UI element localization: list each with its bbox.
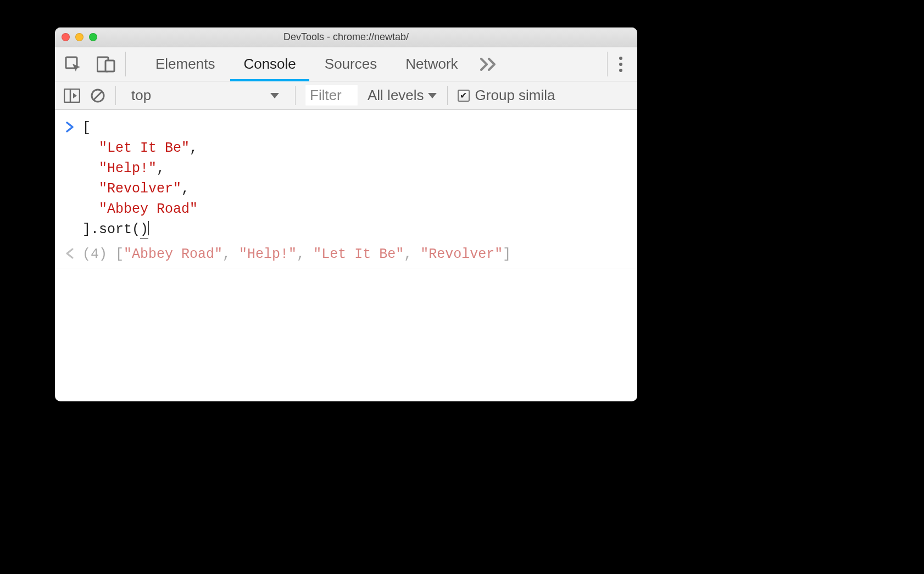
tab-label: Sources bbox=[325, 56, 377, 73]
checkbox-icon: ✔ bbox=[458, 90, 470, 102]
triangle-down-icon bbox=[270, 92, 280, 99]
tab-network[interactable]: Network bbox=[391, 47, 472, 81]
prompt-chevron-icon bbox=[66, 119, 74, 139]
group-similar-label: Group simila bbox=[475, 87, 555, 104]
code-token: "Revolver" bbox=[420, 246, 503, 262]
code-token: "Revolver" bbox=[99, 181, 181, 197]
code-token: , bbox=[190, 140, 198, 156]
minimize-window-button[interactable] bbox=[75, 33, 84, 41]
console-toolbar: top All levels ✔ Group simila bbox=[55, 81, 637, 110]
show-console-sidebar-icon[interactable] bbox=[64, 89, 80, 103]
code-token: [ bbox=[82, 120, 91, 136]
tab-label: Network bbox=[405, 56, 458, 73]
tabs-overflow-button[interactable] bbox=[472, 47, 504, 81]
console-input-content[interactable]: [ "Let It Be", "Help!", "Revolver", "Abb… bbox=[82, 118, 637, 240]
close-window-button[interactable] bbox=[62, 33, 70, 41]
kebab-menu-icon[interactable] bbox=[614, 56, 627, 73]
preview-chevron-icon bbox=[66, 245, 74, 266]
tab-console[interactable]: Console bbox=[229, 47, 310, 81]
traffic-lights bbox=[62, 33, 97, 41]
console-body: [ "Let It Be", "Help!", "Revolver", "Abb… bbox=[55, 110, 637, 268]
code-token: "Help!" bbox=[99, 161, 157, 176]
code-token: ] bbox=[503, 246, 511, 262]
code-token: , bbox=[404, 246, 420, 262]
devtools-tabbar: Elements Console Sources Network bbox=[55, 47, 637, 81]
text-cursor bbox=[148, 221, 149, 235]
svg-point-3 bbox=[619, 57, 622, 60]
console-preview-content: (4) ["Abbey Road", "Help!", "Let It Be",… bbox=[82, 244, 637, 264]
filter-input[interactable] bbox=[305, 85, 358, 106]
code-token: , bbox=[297, 246, 313, 262]
svg-rect-2 bbox=[105, 60, 114, 71]
svg-point-4 bbox=[619, 63, 622, 66]
code-token: "Let It Be" bbox=[313, 246, 404, 262]
code-token: ) bbox=[140, 222, 148, 239]
context-selector-label: top bbox=[131, 87, 151, 104]
zoom-window-button[interactable] bbox=[89, 33, 97, 41]
code-token: .sort( bbox=[91, 222, 140, 238]
divider bbox=[295, 86, 296, 105]
code-token: "Abbey Road" bbox=[99, 201, 198, 217]
svg-line-9 bbox=[93, 91, 102, 100]
device-toolbar-icon[interactable] bbox=[97, 56, 115, 73]
code-token: "Let It Be" bbox=[99, 140, 190, 156]
devtools-window: DevTools - chrome://newtab/ Elements Con… bbox=[55, 27, 637, 401]
divider bbox=[607, 52, 608, 76]
code-token: , bbox=[157, 161, 165, 176]
chevron-double-right-icon bbox=[480, 58, 497, 71]
code-token: (4) bbox=[82, 246, 115, 262]
window-title: DevTools - chrome://newtab/ bbox=[283, 31, 409, 43]
console-input-row[interactable]: [ "Let It Be", "Help!", "Revolver", "Abb… bbox=[55, 115, 637, 242]
titlebar: DevTools - chrome://newtab/ bbox=[55, 27, 637, 47]
divider bbox=[447, 86, 448, 105]
log-level-label: All levels bbox=[368, 87, 424, 104]
tab-elements[interactable]: Elements bbox=[141, 47, 229, 81]
code-token: "Help!" bbox=[239, 246, 297, 262]
divider bbox=[115, 86, 116, 105]
code-token: "Abbey Road" bbox=[124, 246, 222, 262]
console-preview-row[interactable]: (4) ["Abbey Road", "Help!", "Let It Be",… bbox=[55, 242, 637, 268]
svg-point-5 bbox=[619, 69, 622, 72]
tab-sources[interactable]: Sources bbox=[310, 47, 391, 81]
inspect-element-icon[interactable] bbox=[65, 56, 81, 73]
context-selector[interactable]: top bbox=[126, 85, 285, 106]
tab-label: Elements bbox=[155, 56, 215, 73]
tabs: Elements Console Sources Network bbox=[126, 47, 504, 81]
log-level-selector[interactable]: All levels bbox=[368, 87, 437, 104]
code-token: , bbox=[222, 246, 239, 262]
code-token: , bbox=[181, 181, 190, 197]
svg-rect-6 bbox=[64, 89, 80, 102]
group-similar-checkbox[interactable]: ✔ Group simila bbox=[458, 87, 555, 104]
code-token: [ bbox=[115, 246, 124, 262]
tab-label: Console bbox=[243, 56, 296, 73]
code-token: ] bbox=[82, 222, 91, 238]
clear-console-icon[interactable] bbox=[90, 88, 105, 103]
triangle-down-icon bbox=[427, 92, 437, 99]
